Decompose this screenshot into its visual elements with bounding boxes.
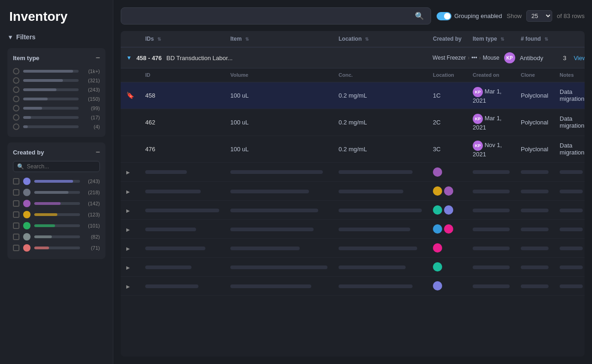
- search-input[interactable]: [128, 12, 411, 20]
- filter-bar-wrapper: [23, 88, 79, 91]
- collapsed-action-cell: [554, 277, 585, 296]
- created-by-collapse[interactable]: −: [96, 148, 100, 156]
- creator-filter-item[interactable]: (82): [13, 231, 100, 242]
- item-type-header: Item type −: [13, 54, 100, 62]
- th-item-type[interactable]: Item type ⇅: [467, 31, 515, 47]
- item-type-collapse[interactable]: −: [96, 54, 100, 62]
- creator-filter-item[interactable]: (101): [13, 220, 100, 231]
- grouping-toggle[interactable]: Grouping enabled: [437, 12, 502, 20]
- th-found[interactable]: # found ⇅: [515, 31, 554, 47]
- collapsed-arrow[interactable]: ▶: [126, 246, 130, 251]
- creator-bar: [34, 247, 49, 249]
- creator-count: (82): [84, 234, 100, 240]
- item-type-filter-item[interactable]: (321): [13, 76, 100, 85]
- collapsed-arrow[interactable]: ▶: [126, 208, 130, 213]
- item-type-filter-item[interactable]: (99): [13, 104, 100, 113]
- found-placeholder: [521, 170, 549, 174]
- creator-checkbox: [13, 200, 19, 207]
- row-volume: 100 uL: [225, 136, 333, 162]
- collapsed-expand-cell: ▶: [121, 162, 140, 182]
- ids-placeholder: [145, 284, 198, 288]
- th-created-by[interactable]: Created by: [427, 31, 467, 47]
- row-id: 476: [140, 136, 225, 162]
- item-type-filter-item[interactable]: (17): [13, 113, 100, 122]
- collapsed-expand-cell: ▶: [121, 182, 140, 201]
- item-type-list: (1k+) (321) (243) (150) (99) (17): [13, 67, 100, 131]
- creator-filter-item[interactable]: (142): [13, 198, 100, 209]
- collapsed-avatar: [433, 243, 442, 253]
- collapsed-arrow[interactable]: ▶: [126, 170, 130, 175]
- collapsed-location-cell: [333, 277, 427, 296]
- th-item[interactable]: Item ⇅: [225, 31, 333, 47]
- action-placeholder: [560, 247, 583, 250]
- collapsed-arrow[interactable]: ▶: [126, 265, 130, 270]
- creator-checkbox: [13, 234, 19, 240]
- filters-label: Filters: [16, 33, 36, 41]
- collapsed-name-cell: [225, 220, 333, 239]
- show-select[interactable]: 25 50 100: [526, 10, 552, 22]
- type-placeholder: [473, 284, 510, 288]
- th-ids[interactable]: IDs ⇅: [140, 31, 225, 47]
- creator-bar-wrapper: [34, 224, 80, 227]
- toggle-switch[interactable]: [437, 12, 451, 20]
- inventory-table: IDs ⇅ Item ⇅ Location ⇅ Created by Item …: [121, 31, 585, 296]
- creator-checkbox: [13, 189, 19, 196]
- th-location[interactable]: Location ⇅: [333, 31, 427, 47]
- filter-count: (4): [82, 124, 100, 130]
- creator-count: (101): [84, 223, 100, 228]
- collapsed-ids-cell: [140, 277, 225, 296]
- collapsed-location-cell: [333, 201, 427, 220]
- collapsed-avatar: [444, 224, 453, 234]
- show-label: Show: [506, 12, 522, 19]
- location-placeholder: [339, 228, 410, 231]
- collapsed-name-cell: [225, 239, 333, 258]
- item-type-filter-item[interactable]: (1k+): [13, 67, 100, 76]
- collapsed-found-cell: [515, 182, 554, 201]
- creator-filter-item[interactable]: (123): [13, 209, 100, 220]
- table-row: 462 100 uL 0.2 mg/mL 2C KP Mar 1, 2021 P…: [121, 109, 585, 136]
- group-type: Antibody: [520, 55, 543, 62]
- group-row-inner: ▼ 458 - 476 BD Transduction Labor... Wes…: [126, 52, 585, 63]
- row-created-on: KP Mar 1, 2021: [467, 82, 515, 109]
- collapsed-ids-cell: [140, 162, 225, 182]
- collapsed-location-cell: [333, 258, 427, 277]
- top-controls: Grouping enabled Show 25 50 100 of 83 ro…: [437, 10, 585, 22]
- collapsed-ids-cell: [140, 182, 225, 201]
- creator-bar-wrapper: [34, 191, 80, 194]
- row-avatar: KP: [473, 87, 483, 97]
- collapsed-arrow[interactable]: ▶: [126, 284, 130, 289]
- creator-search[interactable]: 🔍: [13, 161, 100, 172]
- collapsed-arrow[interactable]: ▶: [126, 227, 130, 232]
- collapsed-ids-cell: [140, 201, 225, 220]
- creator-checkbox: [13, 222, 19, 229]
- creator-avatar: [23, 222, 31, 229]
- group-found: 3: [548, 55, 566, 62]
- sidebar: Inventory ▼ Filters Item type − (1k+) (3…: [0, 0, 113, 364]
- collapsed-arrow[interactable]: ▶: [126, 189, 130, 194]
- group-expand-arrow[interactable]: ▼: [126, 55, 132, 61]
- filter-bar: [23, 98, 48, 100]
- collapsed-name-cell: [225, 182, 333, 201]
- location-placeholder: [339, 265, 406, 269]
- name-placeholder: [230, 247, 300, 250]
- sub-th-clone: Clone: [515, 68, 554, 82]
- item-type-filter-item[interactable]: (4): [13, 122, 100, 131]
- creator-filter-item[interactable]: (218): [13, 187, 100, 198]
- group-ids: 458 - 476: [136, 55, 162, 62]
- item-type-filter-item[interactable]: (243): [13, 85, 100, 94]
- collapsed-action-cell: [554, 162, 585, 182]
- search-box[interactable]: 🔍: [121, 7, 431, 25]
- type-placeholder: [473, 170, 510, 174]
- main-content: 🔍 Grouping enabled Show 25 50 100 of 83 …: [113, 0, 592, 364]
- collapsed-group-row: ▶: [121, 182, 585, 201]
- creator-search-input[interactable]: [27, 163, 96, 170]
- name-placeholder: [230, 228, 314, 231]
- group-view-button[interactable]: View: [571, 54, 585, 62]
- ids-placeholder: [145, 247, 205, 250]
- creator-filter-item[interactable]: (71): [13, 242, 100, 253]
- collapsed-found-cell: [515, 239, 554, 258]
- filter-count: (1k+): [82, 68, 100, 74]
- filter-bar-wrapper: [23, 107, 79, 110]
- item-type-filter-item[interactable]: (150): [13, 94, 100, 104]
- creator-filter-item[interactable]: (243): [13, 176, 100, 187]
